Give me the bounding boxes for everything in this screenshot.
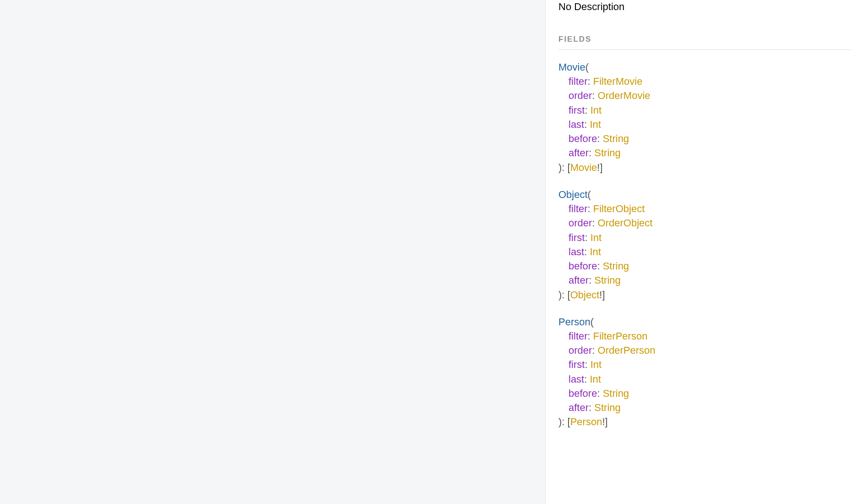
argument-type-link[interactable]: String [603,388,629,399]
argument-name: filter [569,76,588,87]
colon: : [584,119,590,130]
argument-name: filter [569,330,588,342]
argument-name: before [569,260,597,272]
return-type-link[interactable]: Movie [570,162,597,173]
argument-line: last: Int [558,117,851,131]
argument-line: after: String [558,146,851,160]
return-type-link[interactable]: Person [570,416,602,427]
colon: : [597,388,602,399]
colon: : [589,402,594,413]
argument-line: last: Int [558,372,851,386]
argument-type-link[interactable]: OrderMovie [598,90,651,101]
field-signature-close: ): [Movie!] [558,160,851,175]
colon: : [589,147,594,159]
argument-type-link[interactable]: Int [590,119,601,130]
argument-line: after: String [558,273,851,287]
argument-line: order: OrderPerson [558,343,851,357]
argument-name: before [569,133,597,144]
argument-type-link[interactable]: String [594,402,620,413]
field-signature-close: ): [Person!] [558,415,851,429]
field-signature-close: ): [Object!] [558,288,851,302]
colon: : [588,330,593,342]
field-signature-open: Object( [558,187,851,202]
colon: : [585,104,590,116]
argument-line: filter: FilterObject [558,202,851,216]
colon: : [585,359,590,370]
argument-type-link[interactable]: Int [590,246,601,257]
open-paren: ( [585,61,589,73]
colon: : [592,345,597,356]
colon: : [585,232,590,243]
argument-line: first: Int [558,103,851,117]
argument-line: first: Int [558,230,851,245]
argument-line: before: String [558,259,851,273]
argument-name: last [569,373,584,385]
argument-type-link[interactable]: FilterObject [593,203,645,214]
argument-name: after [569,147,589,159]
argument-line: before: String [558,386,851,400]
argument-line: first: Int [558,357,851,372]
return-type-link[interactable]: Object [570,289,600,301]
argument-line: last: Int [558,245,851,259]
field-name-link[interactable]: Movie [558,61,585,73]
field-name-link[interactable]: Person [558,316,591,328]
non-null-bracket: !] [602,416,607,427]
field-definition: Movie(filter: FilterMovieorder: OrderMov… [558,60,851,175]
argument-name: after [569,402,589,413]
open-paren: ( [591,316,594,328]
colon: : [584,246,590,257]
argument-name: first [569,104,585,116]
argument-type-link[interactable]: String [603,133,629,144]
argument-name: filter [569,203,588,214]
non-null-bracket: !] [599,289,605,301]
argument-type-link[interactable]: OrderObject [598,217,653,229]
argument-type-link[interactable]: Int [591,359,602,370]
argument-name: before [569,388,597,399]
argument-type-link[interactable]: String [594,274,620,286]
close-paren-bracket: ): [ [558,289,570,301]
field-signature-open: Person( [558,315,851,329]
argument-type-link[interactable]: String [603,260,629,272]
argument-line: after: String [558,400,851,415]
argument-name: order [569,90,592,101]
colon: : [584,373,590,385]
argument-line: before: String [558,131,851,146]
colon: : [592,217,597,229]
fields-section-label: FIELDS [558,35,851,50]
colon: : [588,76,593,87]
argument-name: order [569,345,592,356]
argument-name: first [569,232,585,243]
type-description: No Description [558,0,851,13]
argument-line: filter: FilterMovie [558,74,851,88]
colon: : [597,133,602,144]
close-paren-bracket: ): [ [558,416,570,427]
argument-type-link[interactable]: String [594,147,620,159]
argument-name: first [569,359,585,370]
argument-type-link[interactable]: FilterPerson [593,330,648,342]
close-paren-bracket: ): [ [558,162,570,173]
colon: : [589,274,594,286]
field-name-link[interactable]: Object [558,189,588,200]
field-definition: Person(filter: FilterPersonorder: OrderP… [558,315,851,429]
non-null-bracket: !] [597,162,602,173]
argument-name: after [569,274,589,286]
field-signature-open: Movie( [558,60,851,74]
argument-name: last [569,246,584,257]
argument-name: last [569,119,584,130]
argument-type-link[interactable]: FilterMovie [593,76,643,87]
argument-line: order: OrderObject [558,216,851,230]
documentation-panel: No Description FIELDS Movie(filter: Filt… [545,0,864,504]
colon: : [588,203,593,214]
argument-type-link[interactable]: Int [590,373,601,385]
argument-line: order: OrderMovie [558,88,851,103]
colon: : [592,90,597,101]
argument-type-link[interactable]: Int [591,232,602,243]
fields-list: Movie(filter: FilterMovieorder: OrderMov… [558,60,851,429]
colon: : [597,260,602,272]
editor-area [0,0,545,504]
argument-type-link[interactable]: OrderPerson [598,345,656,356]
field-definition: Object(filter: FilterObjectorder: OrderO… [558,187,851,302]
argument-name: order [569,217,592,229]
argument-type-link[interactable]: Int [591,104,602,116]
argument-line: filter: FilterPerson [558,329,851,343]
